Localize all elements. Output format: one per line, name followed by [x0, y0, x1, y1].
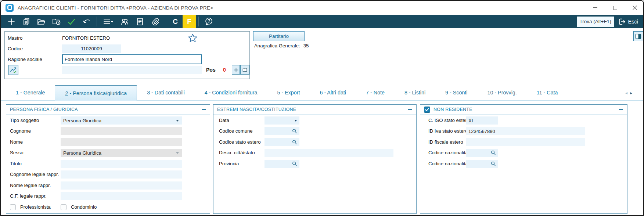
data-label: Data [219, 116, 229, 125]
search-description-input[interactable] [62, 66, 202, 74]
condominio-checkbox[interactable] [61, 204, 66, 210]
titlebar: ANAGRAFICHE CLIENTI - FORNITORI DITTA <P… [1, 1, 643, 15]
copy-icon [22, 17, 31, 26]
add-position-button[interactable] [232, 65, 240, 75]
search-icon[interactable] [292, 129, 297, 134]
iso-stato-estero-label: C. ISO stato estero [428, 116, 469, 125]
mastro-label: Mastro [8, 35, 22, 41]
partitario-button[interactable]: Partitario [253, 31, 305, 41]
codice-nazionalita-1-input[interactable] [466, 149, 498, 157]
calendar-arrow-icon[interactable]: ▸ [295, 118, 297, 123]
tab-10-provvig[interactable]: 10 - Provvig. [478, 86, 527, 100]
cf-legale-input[interactable] [61, 192, 182, 200]
id-iva-stato-estero-input[interactable]: 1234567890 [466, 127, 585, 135]
new-button[interactable] [4, 15, 19, 28]
codice-comune-input[interactable] [265, 127, 299, 135]
document-button[interactable] [132, 15, 147, 28]
help-button[interactable] [201, 15, 216, 28]
search-icon[interactable] [491, 150, 496, 155]
address-book-button[interactable] [240, 65, 249, 75]
professionista-checkbox[interactable] [10, 204, 16, 210]
collapse-icon[interactable] [618, 107, 623, 112]
menu-button[interactable] [100, 15, 117, 28]
tab-5-export[interactable]: 5 - Export [267, 86, 310, 100]
contacts-button[interactable] [117, 15, 132, 28]
panel-header: NON RESIDENTE [420, 105, 627, 115]
tab-7-note[interactable]: 7 - Note [356, 86, 395, 100]
favorite-star-icon[interactable] [188, 33, 198, 43]
attachments-button[interactable] [147, 15, 162, 28]
nome-input [61, 138, 182, 146]
open-button[interactable] [34, 15, 49, 28]
minimize-button[interactable] [593, 5, 598, 10]
fornitori-button[interactable]: F [183, 15, 196, 28]
data-input[interactable]: ▸ [265, 116, 299, 125]
cognome-legale-input[interactable] [61, 170, 182, 179]
collapse-icon[interactable] [201, 107, 206, 112]
document-icon [136, 17, 144, 26]
confirm-button[interactable] [64, 15, 79, 28]
maximize-button[interactable] [612, 5, 618, 10]
descr-citta-stato-input[interactable] [265, 149, 393, 157]
copy-button[interactable] [19, 15, 34, 28]
titolo-input[interactable] [61, 160, 182, 168]
close-button[interactable] [632, 5, 637, 10]
chevron-down-icon [176, 120, 179, 122]
id-iva-stato-estero-label: ID Iva stato estero [428, 127, 468, 135]
app-window: ANAGRAFICHE CLIENTI - FORNITORI DITTA <P… [0, 0, 644, 216]
open-recent-button[interactable] [49, 15, 64, 28]
cognome-label: Cognome [10, 127, 31, 135]
search-icon[interactable] [292, 161, 297, 166]
anagrafica-generale: Anagrafica Generale: 35 [254, 43, 309, 48]
panel-title: NON RESIDENTE [433, 107, 472, 112]
exit-button[interactable]: Esci [618, 18, 638, 26]
tab-scroll-right-icon[interactable]: ▸ [630, 90, 632, 96]
tab-9-sconti[interactable]: 9 - Sconti [435, 86, 477, 100]
find-button[interactable]: Trova (Alt+F1) [577, 17, 614, 27]
nome-legale-label: Nome legale rappr. [10, 181, 51, 190]
collapse-icon[interactable] [407, 107, 413, 112]
tab-scroll-left-icon[interactable]: ◂ [625, 90, 627, 96]
open-recent-folder-icon [52, 17, 61, 26]
toolbar-separator [198, 17, 199, 26]
anagrafica-generale-label: Anagrafica Generale: [254, 43, 300, 48]
provincia-input[interactable] [265, 160, 299, 168]
toolbar-right-group: Trova (Alt+F1) Esci [577, 17, 643, 27]
nome-legale-input[interactable] [61, 181, 182, 190]
paperclip-icon [151, 17, 159, 26]
descr-citta-stato-label: Descr. città/stato [219, 149, 255, 157]
tab-3-dati-contabili[interactable]: 3 - Dati contabili [137, 86, 195, 100]
search-icon[interactable] [491, 161, 496, 166]
codice-input[interactable]: 11020009 [62, 44, 121, 53]
undo-button[interactable] [79, 15, 94, 28]
exit-label: Esci [628, 19, 638, 25]
help-icon [204, 17, 213, 26]
codice-stato-estero-input[interactable] [265, 138, 299, 146]
tab-6-altri-dati[interactable]: 6 - Altri dati [310, 86, 356, 100]
tab-11-cata[interactable]: 11 - Cata [527, 86, 568, 100]
codice-stato-estero-label: Codice stato estero [219, 138, 261, 146]
codice-nazionalita-1-label: Codice nazionalità 1 [428, 149, 472, 157]
close-icon [632, 5, 637, 10]
id-fiscale-estero-input[interactable] [466, 138, 585, 146]
tab-1-generale[interactable]: 1 - Generale [6, 86, 55, 100]
tab-4-condizioni-fornitura[interactable]: 4 - Condizioni fornitura [195, 86, 267, 100]
tab-8-listini[interactable]: 8 - Listini [395, 86, 435, 100]
condominio-label: Condominio [71, 203, 97, 211]
clienti-button[interactable]: C [168, 15, 183, 28]
codice-nazionalita-2-input[interactable] [466, 160, 498, 168]
panel-header: PERSONA FISICA / GIURIDICA [6, 105, 210, 115]
tipo-soggetto-select[interactable]: Persona Giuridica [61, 116, 182, 125]
non-residente-checkbox[interactable] [424, 107, 430, 113]
tab-2-persona-fisica-giuridica[interactable]: 2 - Persona fisica/giuridica [55, 85, 137, 101]
search-icon[interactable] [292, 140, 297, 145]
statistics-button[interactable] [8, 65, 18, 75]
window-title: ANAGRAFICHE CLIENTI - FORNITORI DITTA <P… [18, 5, 213, 11]
pos-label: Pos [206, 67, 216, 73]
side-panel-toggle-button[interactable] [633, 31, 643, 41]
minimize-icon [593, 7, 597, 8]
ragione-sociale-input[interactable]: Fornitore Irlanda Nord [62, 54, 202, 64]
sesso-label: Sesso [10, 149, 24, 157]
professionista-label: Professionista [20, 203, 51, 211]
iso-stato-estero-input[interactable]: XI [466, 116, 498, 125]
